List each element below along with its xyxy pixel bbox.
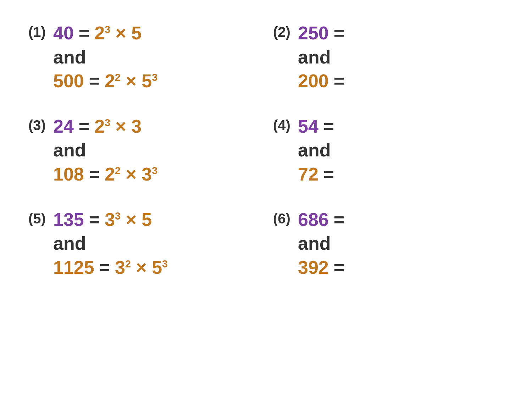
problem-2-and: and — [298, 45, 344, 70]
p1-expr1: 23 × 5 — [94, 21, 142, 45]
p5-expr2: 32 × 53 — [115, 256, 168, 280]
p4-eq1: = — [323, 115, 334, 139]
p3-num2: 108 — [53, 162, 84, 187]
problem-1: (1) 40 = 23 × 5 and 500 = 22 × 53 — [28, 21, 259, 93]
problem-2-line2: 200 = — [298, 69, 344, 93]
p1-eq1: = — [79, 21, 89, 45]
problem-5-line2: 1125 = 32 × 53 — [53, 256, 168, 280]
problem-4: (4) 54 = and 72 = — [273, 115, 504, 187]
p1-expr2: 22 × 53 — [105, 69, 157, 93]
p1-num1: 40 — [53, 21, 74, 45]
problem-1-line1: 40 = 23 × 5 — [53, 21, 157, 45]
p4-eq2: = — [323, 162, 334, 187]
problem-5-and: and — [53, 232, 168, 256]
problem-3: (3) 24 = 23 × 3 and 108 = 22 × 33 — [28, 115, 259, 187]
p5-num2: 1125 — [53, 256, 94, 280]
problem-1-body: 40 = 23 × 5 and 500 = 22 × 53 — [53, 21, 157, 93]
problem-3-line2: 108 = 22 × 33 — [53, 162, 157, 187]
p3-eq1: = — [79, 115, 89, 139]
p6-eq1: = — [334, 208, 344, 232]
problem-5-line1: 135 = 33 × 5 — [53, 208, 168, 232]
problem-4-label: (4) — [273, 115, 291, 133]
p1-eq2: = — [89, 69, 100, 93]
problem-2: (2) 250 = and 200 = — [273, 21, 504, 93]
p5-num1: 135 — [53, 208, 84, 232]
problem-5: (5) 135 = 33 × 5 and 1125 = 32 × 53 — [28, 208, 259, 280]
problem-3-label: (3) — [28, 115, 46, 133]
problem-1-line2: 500 = 22 × 53 — [53, 69, 157, 93]
p3-num1: 24 — [53, 115, 74, 139]
p4-num2: 72 — [298, 162, 318, 187]
p3-expr1: 23 × 3 — [94, 115, 142, 139]
problem-5-label: (5) — [28, 208, 46, 227]
problem-3-body: 24 = 23 × 3 and 108 = 22 × 33 — [53, 115, 157, 187]
problem-3-and: and — [53, 138, 157, 162]
problem-6-line1: 686 = — [298, 208, 344, 232]
problem-4-and: and — [298, 138, 334, 162]
p5-eq1: = — [89, 208, 100, 232]
p5-eq2: = — [99, 256, 110, 280]
problem-2-label: (2) — [273, 21, 291, 40]
p3-eq2: = — [89, 162, 100, 187]
problem-6-label: (6) — [273, 208, 291, 227]
p4-num1: 54 — [298, 115, 318, 139]
problem-6-body: 686 = and 392 = — [298, 208, 344, 280]
p6-num2: 392 — [298, 256, 329, 280]
main-content: (1) 40 = 23 × 5 and 500 = 22 × 53 (2) — [28, 21, 504, 279]
p5-expr1: 33 × 5 — [105, 208, 152, 232]
problem-3-line1: 24 = 23 × 3 — [53, 115, 157, 139]
problem-1-label: (1) — [28, 21, 46, 40]
problem-6-and: and — [298, 232, 344, 256]
problem-4-line2: 72 = — [298, 162, 334, 187]
problem-2-line1: 250 = — [298, 21, 344, 45]
problem-4-body: 54 = and 72 = — [298, 115, 334, 187]
p2-eq1: = — [334, 21, 344, 45]
p2-num2: 200 — [298, 69, 329, 93]
problem-4-line1: 54 = — [298, 115, 334, 139]
problem-6-line2: 392 = — [298, 256, 344, 280]
p1-num2: 500 — [53, 69, 84, 93]
problem-1-and: and — [53, 45, 157, 70]
p3-expr2: 22 × 33 — [105, 162, 157, 187]
p2-eq2: = — [334, 69, 344, 93]
problem-6: (6) 686 = and 392 = — [273, 208, 504, 280]
p2-num1: 250 — [298, 21, 329, 45]
p6-eq2: = — [334, 256, 344, 280]
p6-num1: 686 — [298, 208, 329, 232]
problem-5-body: 135 = 33 × 5 and 1125 = 32 × 53 — [53, 208, 168, 280]
problem-2-body: 250 = and 200 = — [298, 21, 344, 93]
